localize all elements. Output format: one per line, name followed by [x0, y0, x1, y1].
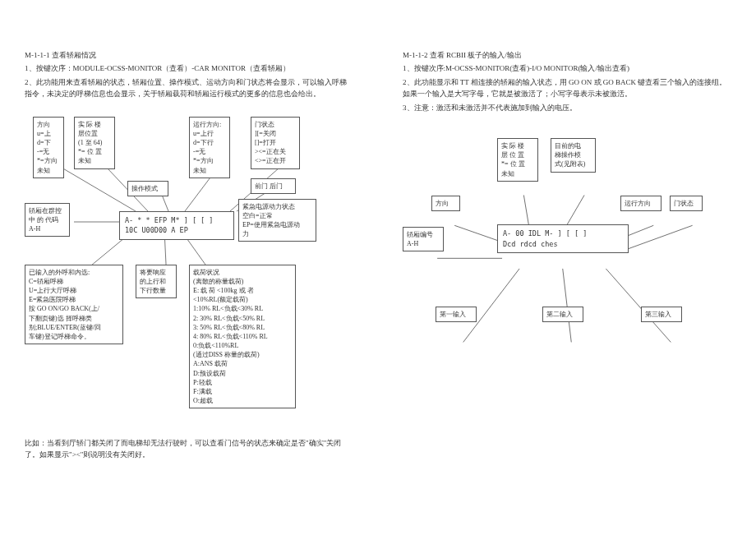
right-line2: 2、此功能显示和 TT 相连接的轿厢的输入状态，用 GO ON 或 GO BAC…: [403, 76, 731, 100]
right-column: M-1-1-2 查看 RCBII 板子的输入/输出 1、按键次序:M-OCSS-…: [403, 49, 731, 460]
box-floor-position: 实 际 楼 层位置 (1 至 64) *= 位 置 未知: [74, 117, 115, 169]
center-line2-r: Dcd rdcd ches: [503, 239, 623, 250]
center-display-r: A- 00 IDL M- ] [ [ ] Dcd rdcd ches: [497, 224, 629, 254]
right-diagram: 实 际 楼 层 位 置 *= 位 置 未知 目前的电 梯操作模 式(见附表) 方…: [403, 130, 731, 442]
center-line1-r: A- 00 IDL M- ] [ [ ]: [503, 228, 623, 239]
center-line2: 10C U00D00 A EP: [125, 225, 228, 236]
box-input3: 第三输入: [641, 307, 682, 322]
box-calls: 已输入的外呼和内选: C=轿厢呼梯 U=上行大厅呼梯 E=紧急医院呼梯 按 GO…: [25, 265, 123, 345]
svg-line-20: [606, 269, 671, 342]
left-line1: 1、按键次序：MODULE-OCSS-MONITOR（查看）-CAR MONIT…: [25, 62, 353, 74]
box-car-id: 轿厢编号 A-H: [403, 227, 444, 251]
left-title: M-1-1-1 查看轿厢情况: [25, 49, 353, 61]
box-direction: 方向 u=上 d=下 -=无 *=方向 未知: [33, 117, 64, 178]
svg-line-16: [626, 225, 693, 249]
right-line3: 3、注意：激活和未激活并不代表施加到输入的电压。: [403, 102, 731, 113]
box-door-state-r: 门状态: [670, 196, 703, 211]
right-title: M-1-1-2 查看 RCBII 板子的输入/输出: [403, 49, 731, 61]
box-run-direction-r: 运行方向: [620, 196, 662, 211]
left-line2: 2、此功能用来查看轿厢的状态，轿厢位置、操作模式、运动方向和门状态将会显示，可以…: [25, 76, 353, 100]
center-line1: A- * * EFP M* ] [ [ ]: [125, 215, 228, 226]
left-diagram: 方向 u=上 d=下 -=无 *=方向 未知 实 际 楼 层位置 (1 至 64…: [25, 117, 353, 429]
box-load-status: 载荷状况 (离散的称量载荷) E: 载 荷 <100kg 或 者 <10%RL(…: [189, 265, 296, 409]
box-operation-mode: 操作模式: [127, 181, 168, 196]
box-updown-count: 将要响应 的上行和 下行数量: [136, 265, 177, 299]
right-connector-lines: [403, 130, 731, 442]
right-line1: 1、按键次序:M-OCSS-MONITOR(查看)-I/O MONITOR(输入…: [403, 62, 731, 74]
left-column: M-1-1-1 查看轿厢情况 1、按键次序：MODULE-OCSS-MONITO…: [25, 49, 353, 460]
box-car-code: 轿厢在群控 中 的 代码 A-H: [25, 203, 70, 238]
box-run-direction: 运行方向: u=上行 d=下行 -=无 *=方向 未知: [189, 117, 230, 178]
right-header: M-1-1-2 查看 RCBII 板子的输入/输出 1、按键次序:M-OCSS-…: [403, 49, 731, 113]
center-display: A- * * EFP M* ] [ [ ] 10C U00D00 A EP: [119, 211, 234, 241]
box-input1: 第一输入: [436, 307, 477, 322]
left-header: M-1-1-1 查看轿厢情况 1、按键次序：MODULE-OCSS-MONITO…: [25, 49, 353, 100]
svg-line-19: [563, 269, 572, 342]
svg-line-0: [62, 168, 136, 211]
box-input2: 第二输入: [542, 307, 583, 322]
left-footer: 比如：当看到厅轿门都关闭了而电梯却无法行驶时，可以查看门信号的状态来确定是否"确…: [25, 437, 353, 461]
box-door-state: 门状态 ][=关闭 []=打开 ><=正在关 <>=正在开: [251, 117, 300, 169]
box-floor-position-r: 实 际 楼 层 位 置 *= 位 置 未知: [497, 138, 538, 182]
box-doors: 前门 后门: [251, 178, 296, 194]
box-direction-r: 方向: [431, 196, 460, 211]
box-emergency-power: 紧急电源动力状态 空白=正常 EP=使用紧急电源动 力: [238, 199, 316, 242]
box-op-mode-r: 目前的电 梯操作模 式(见附表): [551, 138, 596, 173]
svg-line-18: [463, 269, 519, 342]
